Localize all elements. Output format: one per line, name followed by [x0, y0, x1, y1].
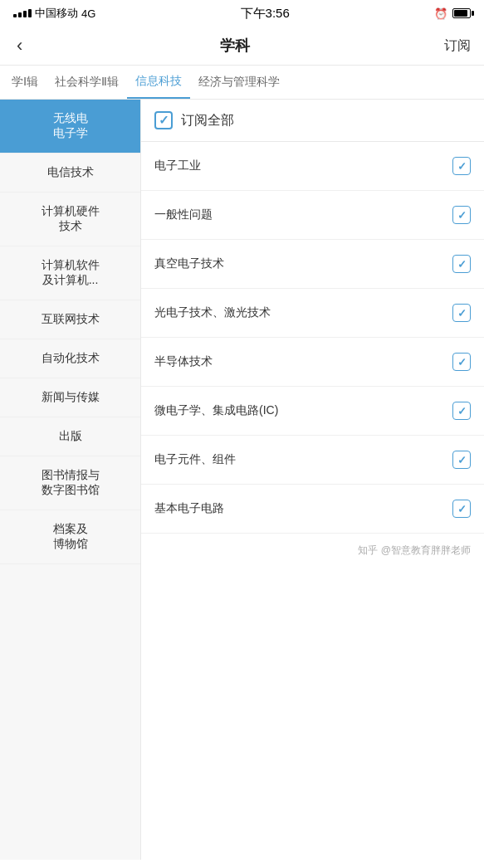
page-title: 学科	[220, 36, 250, 56]
subscribe-all-row: 订阅全部	[141, 100, 484, 142]
content-row-checkbox-7[interactable]	[452, 500, 471, 518]
content-row-checkbox-1[interactable]	[452, 206, 471, 224]
tab-item-4[interactable]: 经济与管理科学	[190, 66, 288, 98]
sidebar-item-7[interactable]: 出版	[0, 417, 140, 456]
subscribe-all-checkbox[interactable]	[154, 111, 173, 129]
content-row-2: 真空电子技术	[141, 240, 484, 289]
status-time: 下午3:56	[241, 6, 290, 22]
tab-item-3[interactable]: 信息科技	[127, 66, 190, 99]
sidebar-item-6[interactable]: 新闻与传媒	[0, 378, 140, 417]
content-row-checkbox-2[interactable]	[452, 255, 471, 273]
content-row-checkbox-6[interactable]	[452, 451, 471, 469]
content-row-5: 微电子学、集成电路(IC)	[141, 387, 484, 436]
content-row-4: 半导体技术	[141, 338, 484, 387]
content-row-checkbox-4[interactable]	[452, 353, 471, 371]
status-right: ⏰	[434, 7, 471, 20]
subscribe-all-label: 订阅全部	[181, 112, 234, 129]
signal-icon	[13, 9, 32, 17]
subscribe-action-button[interactable]: 订阅	[444, 37, 471, 55]
sidebar-item-0[interactable]: 无线电 电子学	[0, 100, 140, 154]
nav-bar: ‹ 学科 订阅	[0, 27, 484, 66]
tab-item-2[interactable]: 社会科学Ⅱ辑	[46, 66, 127, 98]
content-row-7: 基本电子电路	[141, 485, 484, 534]
network-label: 4G	[81, 7, 95, 20]
content-row-0: 电子工业	[141, 142, 484, 191]
sidebar: 无线电 电子学 电信技术 计算机硬件 技术 计算机软件 及计算机... 互联网技…	[0, 100, 141, 860]
carrier-label: 中国移动	[35, 6, 78, 21]
tab-item-1[interactable]: 学Ⅰ辑	[3, 66, 46, 98]
content-row-text-1: 一般性问题	[154, 207, 452, 222]
content-row-checkbox-0[interactable]	[452, 157, 471, 175]
sidebar-item-4[interactable]: 互联网技术	[0, 300, 140, 339]
back-button[interactable]: ‹	[13, 35, 26, 56]
content-row-3: 光电子技术、激光技术	[141, 289, 484, 338]
sidebar-item-5[interactable]: 自动化技术	[0, 339, 140, 378]
content-area: 订阅全部 电子工业 一般性问题 真空电子技术 光电子技术、激光技术 半导体技术 …	[141, 100, 484, 860]
sidebar-item-9[interactable]: 档案及 博物馆	[0, 510, 140, 564]
sidebar-item-3[interactable]: 计算机软件 及计算机...	[0, 246, 140, 300]
content-row-checkbox-5[interactable]	[452, 402, 471, 420]
alarm-icon: ⏰	[434, 7, 447, 20]
sidebar-item-1[interactable]: 电信技术	[0, 154, 140, 193]
main-content: 无线电 电子学 电信技术 计算机硬件 技术 计算机软件 及计算机... 互联网技…	[0, 100, 484, 860]
content-row-text-3: 光电子技术、激光技术	[154, 305, 452, 320]
content-row-6: 电子元件、组件	[141, 436, 484, 485]
content-row-text-0: 电子工业	[154, 158, 452, 173]
footer-watermark: 知乎 @智意教育胖胖老师	[141, 534, 484, 564]
content-row-checkbox-3[interactable]	[452, 304, 471, 322]
sidebar-item-8[interactable]: 图书情报与 数字图书馆	[0, 456, 140, 510]
tab-bar: 学Ⅰ辑 社会科学Ⅱ辑 信息科技 经济与管理科学	[0, 66, 484, 100]
content-row-text-6: 电子元件、组件	[154, 452, 452, 467]
content-row-text-7: 基本电子电路	[154, 501, 452, 516]
battery-icon	[452, 8, 471, 18]
status-bar: 中国移动 4G 下午3:56 ⏰	[0, 0, 484, 27]
content-row-1: 一般性问题	[141, 191, 484, 240]
status-left: 中国移动 4G	[13, 6, 95, 21]
sidebar-item-2[interactable]: 计算机硬件 技术	[0, 193, 140, 246]
content-row-text-4: 半导体技术	[154, 354, 452, 369]
content-row-text-2: 真空电子技术	[154, 256, 452, 271]
content-row-text-5: 微电子学、集成电路(IC)	[154, 403, 452, 418]
